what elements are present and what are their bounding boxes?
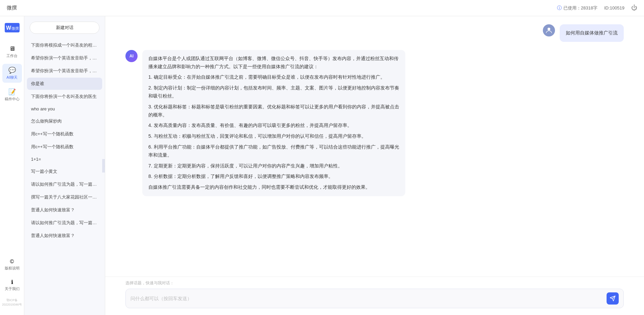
new-chat-button[interactable]: 新建对话 bbox=[30, 22, 99, 34]
conversation-item[interactable]: 希望你扮演一个英语发音助手，我提供给你... bbox=[27, 65, 102, 77]
conversation-item[interactable]: 怎么做狗屎炒肉 bbox=[27, 115, 102, 127]
conversation-item[interactable]: 你是谁 bbox=[27, 78, 102, 90]
power-icon[interactable]: ⏻ bbox=[631, 4, 637, 11]
message-paragraph: 1. 确定目标受众：在开始自媒体推广引流之前，需要明确目标受众是谁，以便在发布内… bbox=[148, 73, 399, 81]
svg-text:W: W bbox=[6, 25, 11, 31]
copyright-item[interactable]: © 版权说明 bbox=[2, 256, 22, 273]
svg-point-3 bbox=[548, 28, 550, 30]
chat-messages: 如何用自媒体做推广引流AI自媒体平台是个人或团队通过互联网平台（如博客、微博、微… bbox=[105, 16, 644, 277]
topbar-title: 微撰 bbox=[7, 5, 17, 11]
message-paragraph: 3. 优化标题和标签：标题和标签是吸引粉丝的重要因素。优化标题和标签可以让更多的… bbox=[148, 103, 399, 119]
sidebar-header: 新建对话 bbox=[24, 16, 105, 38]
conversation-item[interactable]: 希望你扮演一个英语发音助手，我提供给你... bbox=[27, 52, 102, 64]
message-paragraph: 自媒体平台是个人或团队通过互联网平台（如博客、微博、微信公众号、抖音、快手等）发… bbox=[148, 55, 399, 71]
avatar: AI bbox=[125, 50, 138, 62]
message-paragraph: 自媒体推广引流需要具备一定的内容创作和社交能力，同时也需要不断尝试和优化，才能取… bbox=[148, 183, 399, 191]
message-paragraph: 2. 制定内容计划：制定一份详细的内容计划，包括发布时间、频率、主题、文案、图片… bbox=[148, 84, 399, 100]
sidebar-collapse-btn[interactable]: ‹ bbox=[102, 159, 105, 173]
icp-text: 鄂ICP备2022019346号 bbox=[0, 297, 24, 308]
conversation-item[interactable]: 下面你将扮演一个名叫圣友的医生 bbox=[27, 90, 102, 103]
conversation-item[interactable]: 写一篇小黄文 bbox=[27, 165, 102, 178]
logo-icon: W 微撰 bbox=[5, 23, 20, 32]
input-area: 选择话题，快速与我对话： bbox=[105, 277, 644, 315]
copyright-label: 版权说明 bbox=[5, 266, 20, 271]
conversation-item[interactable]: 普通人如何快速致富？ bbox=[27, 230, 102, 242]
topbar-right: ⓘ 已使用：28318字 ID:100519 ⏻ bbox=[557, 4, 637, 11]
copyright-icon: © bbox=[10, 259, 14, 265]
message-paragraph: 6. 利用平台推广功能：自媒体平台都提供了推广功能，如广告投放、付费推广等，可以… bbox=[148, 143, 399, 159]
conversation-item[interactable]: 用c++写一个随机函数 bbox=[27, 128, 102, 140]
workbench-icon: 🖥 bbox=[9, 45, 15, 52]
sidebar-item-ai-chat[interactable]: 💬 AI聊天 bbox=[2, 64, 22, 83]
about-icon: ℹ bbox=[11, 279, 13, 285]
nav-items: 🖥 工作台 💬 AI聊天 📝 稿件中心 bbox=[0, 43, 24, 104]
left-nav: W 微撰 🖥 工作台 💬 AI聊天 📝 稿件中心 © 版权说明 bbox=[0, 16, 24, 315]
quick-topics-label: 选择话题，快速与我对话： bbox=[125, 280, 624, 286]
message-paragraph: 8. 分析数据：定期分析数据，了解用户反馈和喜好，以便调整推广策略和内容发布频率… bbox=[148, 173, 399, 181]
ai-chat-icon: 💬 bbox=[8, 67, 16, 74]
message-paragraph: 4. 发布高质量内容：发布高质量、有价值、有趣的内容可以吸引更多的粉丝，并提高用… bbox=[148, 122, 399, 130]
topbar-id: ID:100519 bbox=[604, 5, 624, 10]
topbar: 微撰 ⓘ 已使用：28318字 ID:100519 ⏻ bbox=[0, 0, 644, 16]
main-layout: W 微撰 🖥 工作台 💬 AI聊天 📝 稿件中心 © 版权说明 bbox=[0, 16, 644, 315]
logo-area: W 微撰 bbox=[5, 23, 20, 32]
usage-text: 已使用：28318字 bbox=[563, 5, 597, 11]
chat-area: 如何用自媒体做推广引流AI自媒体平台是个人或团队通过互联网平台（如博客、微博、微… bbox=[105, 16, 644, 315]
conversation-item[interactable]: who are you bbox=[27, 103, 102, 114]
input-box bbox=[125, 289, 624, 308]
sidebar: 新建对话 下面你将模拟成一个叫圣友的程序员，我说...希望你扮演一个英语发音助手… bbox=[24, 16, 105, 315]
send-icon bbox=[610, 295, 616, 301]
conversation-item[interactable]: 1+1= bbox=[27, 154, 102, 165]
message-row: AI自媒体平台是个人或团队通过互联网平台（如博客、微博、微信公众号、抖音、快手等… bbox=[125, 50, 624, 196]
workbench-label: 工作台 bbox=[6, 53, 18, 58]
conversation-item[interactable]: 请以如何推广引流为题，写一篇大纲 bbox=[27, 178, 102, 190]
conversation-list: 下面你将模拟成一个叫圣友的程序员，我说...希望你扮演一个英语发音助手，我提供给… bbox=[24, 38, 105, 315]
conversation-item[interactable]: 撰写一篇关于八大家花园社区一刻钟便民生... bbox=[27, 191, 102, 203]
about-item[interactable]: ℹ 关于我们 bbox=[2, 276, 22, 294]
drafts-label: 稿件中心 bbox=[5, 97, 20, 102]
conversation-item[interactable]: 请以如何推广引流为题，写一篇大纲 bbox=[27, 217, 102, 229]
chat-input[interactable] bbox=[130, 296, 603, 301]
message-row: 如何用自媒体做推广引流 bbox=[125, 24, 624, 42]
drafts-icon: 📝 bbox=[8, 88, 16, 96]
sidebar-item-workbench[interactable]: 🖥 工作台 bbox=[2, 43, 22, 61]
send-button[interactable] bbox=[607, 292, 619, 305]
avatar bbox=[543, 24, 555, 36]
nav-bottom: © 版权说明 ℹ 关于我们 鄂ICP备2022019346号 bbox=[0, 256, 24, 308]
about-label: 关于我们 bbox=[5, 286, 20, 291]
conversation-item[interactable]: 下面你将模拟成一个叫圣友的程序员，我说... bbox=[27, 39, 102, 51]
message-bubble: 自媒体平台是个人或团队通过互联网平台（如博客、微博、微信公众号、抖音、快手等）发… bbox=[142, 50, 405, 196]
message-paragraph: 7. 定期更新：定期更新内容，保持活跃度，可以让用户对你的内容产生兴趣，增加用户… bbox=[148, 162, 399, 170]
usage-icon: ⓘ bbox=[557, 5, 562, 11]
message-bubble: 如何用自媒体做推广引流 bbox=[560, 24, 624, 42]
sidebar-item-drafts[interactable]: 📝 稿件中心 bbox=[2, 85, 22, 104]
message-paragraph: 5. 与粉丝互动：积极与粉丝互动，回复评论和私信，可以增加用户对你的认可和信任，… bbox=[148, 132, 399, 140]
ai-chat-label: AI聊天 bbox=[6, 75, 17, 80]
conversation-item[interactable]: 用c++写一个随机函数 bbox=[27, 141, 102, 153]
topbar-usage: ⓘ 已使用：28318字 bbox=[557, 5, 597, 11]
svg-text:微撰: 微撰 bbox=[11, 26, 19, 30]
conversation-item[interactable]: 普通人如何快速致富？ bbox=[27, 204, 102, 216]
